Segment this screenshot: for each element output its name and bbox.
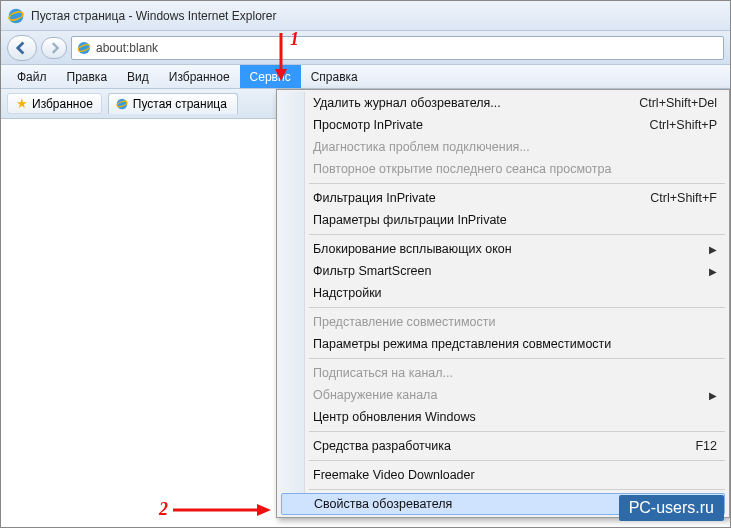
dropdown-item-label: Надстройки (313, 286, 382, 300)
watermark: PC-users.ru (619, 495, 724, 521)
dropdown-item-label: Удалить журнал обозревателя... (313, 96, 501, 110)
submenu-arrow-icon: ▶ (709, 390, 717, 401)
dropdown-separator (309, 358, 725, 359)
svg-rect-2 (11, 14, 21, 16)
dropdown-item[interactable]: Фильтрация InPrivateCtrl+Shift+F (279, 187, 727, 209)
dropdown-item[interactable]: Средства разработчикаF12 (279, 435, 727, 457)
back-button[interactable] (7, 35, 37, 61)
menu-view[interactable]: Вид (117, 65, 159, 88)
dropdown-item-label: Параметры фильтрации InPrivate (313, 213, 507, 227)
tools-dropdown: Удалить журнал обозревателя...Ctrl+Shift… (276, 89, 730, 518)
dropdown-item-label: Обнаружение канала (313, 388, 437, 402)
dropdown-item-label: Диагностика проблем подключения... (313, 140, 530, 154)
dropdown-item: Представление совместимости (279, 311, 727, 333)
dropdown-item: Обнаружение канала▶ (279, 384, 727, 406)
dropdown-item[interactable]: Центр обновления Windows (279, 406, 727, 428)
dropdown-item-label: Средства разработчика (313, 439, 451, 453)
dropdown-item-shortcut: Ctrl+Shift+P (650, 118, 717, 132)
tab-title: Пустая страница (133, 97, 227, 111)
navbar (1, 31, 730, 65)
submenu-arrow-icon: ▶ (709, 244, 717, 255)
submenu-arrow-icon: ▶ (709, 266, 717, 277)
dropdown-item-label: Фильтрация InPrivate (313, 191, 436, 205)
address-bar[interactable] (71, 36, 724, 60)
dropdown-separator (309, 183, 725, 184)
dropdown-item-label: Центр обновления Windows (313, 410, 476, 424)
menubar: Файл Правка Вид Избранное Сервис Справка (1, 65, 730, 89)
browser-tab[interactable]: Пустая страница (108, 93, 238, 114)
dropdown-item-label: Параметры режима представления совместим… (313, 337, 611, 351)
dropdown-item-shortcut: Ctrl+Shift+Del (639, 96, 717, 110)
dropdown-item[interactable]: Freemake Video Downloader (279, 464, 727, 486)
dropdown-item: Диагностика проблем подключения... (279, 136, 727, 158)
menu-edit[interactable]: Правка (57, 65, 118, 88)
dropdown-item[interactable]: Блокирование всплывающих окон▶ (279, 238, 727, 260)
dropdown-item[interactable]: Параметры фильтрации InPrivate (279, 209, 727, 231)
dropdown-separator (309, 431, 725, 432)
favorites-button-label: Избранное (32, 97, 93, 111)
titlebar: Пустая страница - Windows Internet Explo… (1, 1, 730, 31)
dropdown-item: Повторное открытие последнего сеанса про… (279, 158, 727, 180)
dropdown-item-shortcut: Ctrl+Shift+F (650, 191, 717, 205)
dropdown-item-label: Просмотр InPrivate (313, 118, 423, 132)
favorites-button[interactable]: ★ Избранное (7, 93, 102, 114)
dropdown-item-label: Свойства обозревателя (314, 497, 452, 511)
dropdown-item-label: Подписаться на канал... (313, 366, 453, 380)
dropdown-item[interactable]: Параметры режима представления совместим… (279, 333, 727, 355)
dropdown-item[interactable]: Фильтр SmartScreen▶ (279, 260, 727, 282)
dropdown-item: Подписаться на канал... (279, 362, 727, 384)
dropdown-item-label: Freemake Video Downloader (313, 468, 475, 482)
dropdown-separator (309, 489, 725, 490)
dropdown-separator (309, 234, 725, 235)
menu-help[interactable]: Справка (301, 65, 368, 88)
dropdown-item-shortcut: F12 (695, 439, 717, 453)
address-input[interactable] (96, 41, 719, 55)
tab-icon (115, 97, 129, 111)
dropdown-item-label: Блокирование всплывающих окон (313, 242, 512, 256)
menu-tools[interactable]: Сервис (240, 65, 301, 88)
dropdown-item-label: Представление совместимости (313, 315, 495, 329)
star-icon: ★ (16, 96, 28, 111)
dropdown-separator (309, 460, 725, 461)
page-icon (76, 40, 92, 56)
forward-button[interactable] (41, 37, 67, 59)
dropdown-item-label: Фильтр SmartScreen (313, 264, 431, 278)
dropdown-item-label: Повторное открытие последнего сеанса про… (313, 162, 611, 176)
dropdown-item[interactable]: Надстройки (279, 282, 727, 304)
ie-logo-icon (7, 7, 25, 25)
dropdown-item[interactable]: Просмотр InPrivateCtrl+Shift+P (279, 114, 727, 136)
dropdown-item[interactable]: Удалить журнал обозревателя...Ctrl+Shift… (279, 92, 727, 114)
menu-favorites[interactable]: Избранное (159, 65, 240, 88)
menu-file[interactable]: Файл (7, 65, 57, 88)
window-title: Пустая страница - Windows Internet Explo… (31, 9, 276, 23)
dropdown-separator (309, 307, 725, 308)
